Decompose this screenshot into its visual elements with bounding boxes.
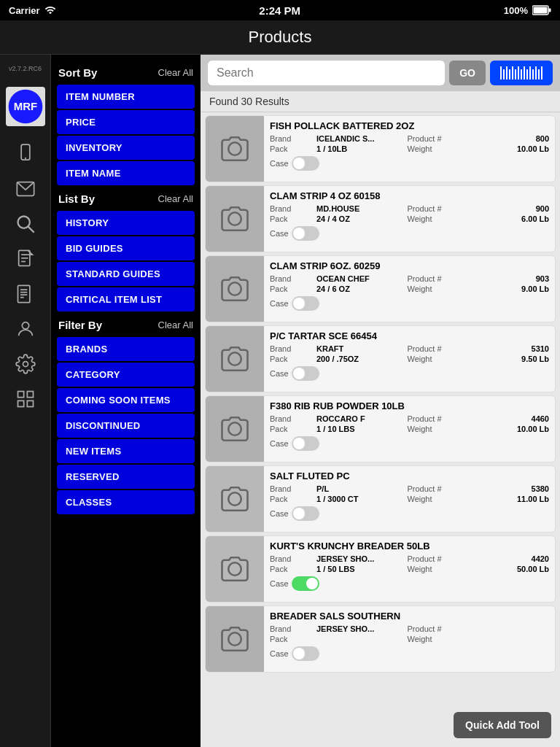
svg-point-28 bbox=[228, 352, 241, 365]
product-item[interactable]: KURT'S KRUNCHY BREADER 50LB Brand JERSEY… bbox=[205, 535, 556, 603]
brands-btn[interactable]: BRANDS bbox=[57, 337, 195, 361]
rail-settings[interactable] bbox=[15, 354, 36, 374]
battery-label: 100% bbox=[504, 5, 528, 16]
case-toggle-4[interactable] bbox=[292, 436, 319, 451]
product-num-value-1: 900 bbox=[462, 204, 550, 213]
product-item[interactable]: P/C TARTAR SCE 66454 Brand KRAFT Product… bbox=[205, 325, 556, 392]
weight-value-1: 6.00 Lb bbox=[462, 214, 550, 223]
rail-mail[interactable] bbox=[15, 179, 36, 199]
pack-value-5: 1 / 3000 CT bbox=[316, 495, 405, 503]
logo-area: MRF bbox=[6, 87, 45, 126]
product-item[interactable]: CLAM STRIP 4 OZ 60158 Brand MD.HOUSE Pro… bbox=[205, 185, 556, 252]
product-item[interactable]: BREADER SALS SOUTHERN Brand JERSEY SHO..… bbox=[205, 605, 556, 673]
classes-btn[interactable]: CLASSES bbox=[57, 490, 195, 514]
category-btn[interactable]: CATEGORY bbox=[57, 363, 195, 387]
discontinued-btn[interactable]: DISCONTINUED bbox=[57, 414, 195, 438]
product-hash-label-2: Product # bbox=[408, 274, 459, 283]
case-toggle-3[interactable] bbox=[292, 366, 319, 381]
barcode-icon bbox=[500, 66, 542, 80]
reserved-btn[interactable]: RESERVED bbox=[57, 465, 195, 489]
rail-user[interactable] bbox=[15, 319, 36, 339]
rail-invoice[interactable] bbox=[15, 284, 36, 304]
rail-history[interactable] bbox=[15, 389, 36, 409]
product-item[interactable]: CLAM STRIP 6OZ. 60259 Brand OCEAN CHEF P… bbox=[205, 255, 556, 322]
search-input[interactable] bbox=[208, 61, 445, 85]
mail-icon bbox=[15, 179, 36, 199]
standard-guides-btn[interactable]: STANDARD GUIDES bbox=[57, 262, 195, 286]
content-area: GO Found 30 Results FISH POLLACK bbox=[201, 55, 560, 747]
pack-value-2: 24 / 6 OZ bbox=[316, 285, 405, 293]
camera-icon bbox=[219, 133, 250, 164]
product-num-value-7 bbox=[462, 624, 550, 633]
pack-value-4: 1 / 10 LBS bbox=[316, 425, 405, 433]
rail-device[interactable] bbox=[15, 144, 36, 164]
product-item[interactable]: FISH POLLACK BATTERED 2OZ Brand ICELANDI… bbox=[205, 115, 556, 182]
product-hash-label-5: Product # bbox=[408, 484, 459, 493]
svg-point-27 bbox=[228, 282, 241, 295]
case-toggle-container-7: Case bbox=[270, 646, 549, 661]
case-toggle-container-3: Case bbox=[270, 366, 549, 381]
case-toggle-1[interactable] bbox=[292, 226, 319, 241]
history-icon bbox=[15, 389, 36, 409]
product-details-1: Brand MD.HOUSE Product # 900 Pack 24 / 4… bbox=[270, 204, 549, 241]
inventory-btn[interactable]: INVENTORY bbox=[57, 136, 195, 160]
weight-value-7 bbox=[462, 635, 550, 643]
list-by-clear[interactable]: Clear All bbox=[158, 193, 193, 204]
pack-label-1: Pack bbox=[270, 214, 314, 223]
price-btn[interactable]: PRICE bbox=[57, 110, 195, 134]
critical-item-list-btn[interactable]: CRITICAL ITEM LIST bbox=[57, 287, 195, 311]
camera-icon bbox=[219, 274, 250, 304]
camera-icon bbox=[219, 414, 250, 444]
product-image-7 bbox=[206, 606, 264, 672]
product-num-value-5: 5380 bbox=[462, 484, 550, 493]
pack-label-0: Pack bbox=[270, 144, 314, 153]
weight-value-5: 11.00 Lb bbox=[462, 495, 550, 503]
svg-rect-2 bbox=[549, 9, 551, 12]
quick-add-button[interactable]: Quick Add Tool bbox=[454, 712, 551, 738]
product-info-3: P/C TARTAR SCE 66454 Brand KRAFT Product… bbox=[264, 326, 555, 392]
case-toggle-5[interactable] bbox=[292, 506, 319, 521]
rail-document[interactable] bbox=[15, 249, 36, 269]
item-name-btn[interactable]: ITEM NAME bbox=[57, 161, 195, 185]
list-by-header: List By Clear All bbox=[51, 187, 201, 209]
product-name-7: BREADER SALS SOUTHERN bbox=[270, 611, 549, 622]
brand-label-0: Brand bbox=[270, 134, 314, 143]
rail-search[interactable] bbox=[15, 214, 36, 234]
product-hash-label-1: Product # bbox=[408, 204, 459, 213]
product-hash-label-6: Product # bbox=[408, 554, 459, 563]
new-items-btn[interactable]: NEW ITEMS bbox=[57, 439, 195, 463]
product-hash-label-4: Product # bbox=[408, 414, 459, 423]
case-toggle-2[interactable] bbox=[292, 296, 319, 311]
user-icon bbox=[15, 319, 36, 339]
product-name-5: SALT FLUTED PC bbox=[270, 471, 549, 481]
weight-label-2: Weight bbox=[408, 285, 459, 293]
document-icon bbox=[15, 249, 36, 269]
pack-label-3: Pack bbox=[270, 355, 314, 363]
bid-guides-btn[interactable]: BID GUIDES bbox=[57, 236, 195, 260]
history-btn[interactable]: HISTORY bbox=[57, 211, 195, 235]
case-label-7: Case bbox=[270, 649, 289, 658]
product-hash-label-3: Product # bbox=[408, 344, 459, 353]
svg-point-20 bbox=[23, 362, 28, 367]
product-image-6 bbox=[206, 536, 264, 602]
filter-by-clear[interactable]: Clear All bbox=[158, 320, 193, 330]
search-go-button[interactable]: GO bbox=[449, 61, 486, 85]
case-toggle-0[interactable] bbox=[292, 156, 319, 171]
coming-soon-btn[interactable]: COMING SOON ITEMS bbox=[57, 388, 195, 412]
status-bar: Carrier 2:24 PM 100% bbox=[0, 0, 560, 20]
case-toggle-6[interactable] bbox=[292, 576, 319, 591]
svg-rect-21 bbox=[18, 392, 23, 398]
item-number-btn[interactable]: ITEM NUMBER bbox=[57, 85, 195, 109]
brand-label-6: Brand bbox=[270, 554, 314, 563]
brand-label-3: Brand bbox=[270, 344, 314, 353]
product-info-6: KURT'S KRUNCHY BREADER 50LB Brand JERSEY… bbox=[264, 536, 555, 602]
product-item[interactable]: F380 RIB RUB POWDER 10LB Brand ROCCARO F… bbox=[205, 395, 556, 462]
barcode-scan-button[interactable] bbox=[490, 61, 553, 85]
sort-by-clear[interactable]: Clear All bbox=[158, 67, 193, 78]
case-label-6: Case bbox=[270, 579, 289, 588]
product-item[interactable]: SALT FLUTED PC Brand P/L Product # 5380 … bbox=[205, 465, 556, 533]
camera-icon bbox=[219, 344, 250, 374]
svg-line-9 bbox=[28, 227, 34, 233]
brand-label-5: Brand bbox=[270, 484, 314, 493]
case-toggle-7[interactable] bbox=[292, 646, 319, 661]
